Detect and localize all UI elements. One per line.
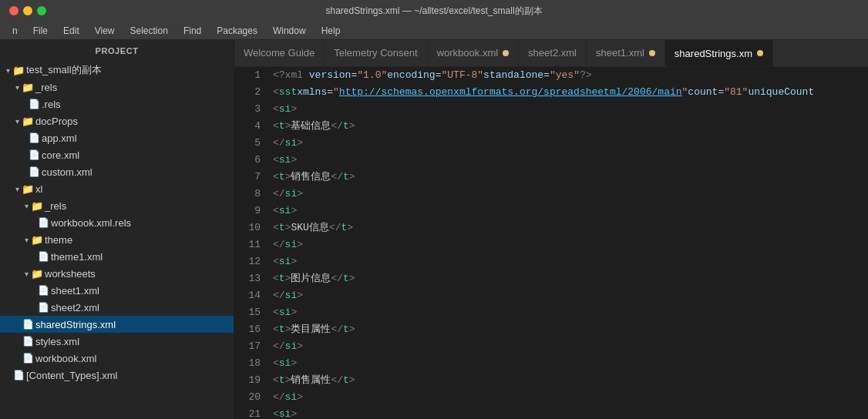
close-button[interactable] [9,6,19,15]
tab-workbook[interactable]: workbook.xml [428,40,519,66]
menu-find[interactable]: Find [177,24,207,38]
tab-sheet1[interactable]: sheet1.xml [587,40,665,66]
file-icon: 📄 [22,352,34,364]
sidebar-item-theme1-xml[interactable]: 📄 theme1.xml [0,248,234,265]
menu-view[interactable]: View [89,24,121,38]
chevron-down-icon: ▾ [12,117,22,126]
code-line: <si> [273,253,868,270]
folder-icon: 📁 [22,183,34,195]
sidebar-item-label: styles.xml [34,336,79,347]
menu-help[interactable]: Help [315,24,347,38]
code-line: <t>销售信息</t> [273,169,868,186]
file-icon: 📄 [37,301,49,313]
sidebar-item-theme[interactable]: ▾ 📁 theme [0,231,234,248]
tab-label: sheet2.xml [528,47,577,59]
menu-edit[interactable]: Edit [57,24,86,38]
editor: Welcome Guide Telemetry Consent workbook… [234,40,868,419]
sidebar-item-label: workbook.xml [34,353,96,364]
sidebar-item-workbook-xml[interactable]: 📄 workbook.xml [0,350,234,367]
menu-n[interactable]: n [6,24,24,38]
sidebar: Project ▾ 📁 test_small的副本 ▾ 📁 _rels 📄 .r… [0,40,234,419]
folder-icon: 📁 [22,115,34,127]
file-icon: 📄 [28,166,40,178]
code-line: </si> [273,389,868,406]
sidebar-item-label: .rels [40,99,61,110]
folder-icon: 📁 [31,233,43,246]
tab-label: workbook.xml [437,47,498,59]
chevron-down-icon: ▾ [12,185,22,193]
sidebar-item-custom-xml[interactable]: 📄 custom.xml [0,163,234,180]
tab-sheet2[interactable]: sheet2.xml [519,40,587,66]
sidebar-item-docProps[interactable]: ▾ 📁 docProps [0,112,234,129]
sidebar-item-worksheets[interactable]: ▾ 📁 worksheets [0,265,234,282]
tab-telemetry[interactable]: Telemetry Consent [325,40,427,66]
code-line: <t>SKU信息</t> [273,220,868,236]
minimize-button[interactable] [23,6,32,15]
sidebar-item-label: core.xml [40,149,79,161]
tab-sharedstrings[interactable]: sharedStrings.xm [665,40,773,66]
file-icon: 📄 [28,132,40,144]
menu-window[interactable]: Window [267,24,312,38]
file-icon: 📄 [22,335,34,347]
modified-indicator [649,50,655,56]
code-line: </si> [273,338,868,355]
sidebar-item-label: docProps [34,116,78,127]
folder-icon: 📁 [12,64,25,76]
code-line: <t>类目属性</t> [273,321,868,338]
sidebar-item-sheet1-xml[interactable]: 📄 sheet1.xml [0,282,234,299]
code-content[interactable]: <?xml version="1.0" encoding="UTF-8" sta… [267,67,868,419]
sidebar-item-label: _rels [43,200,66,212]
folder-icon: 📁 [22,81,34,93]
file-tree: ▾ 📁 test_small的副本 ▾ 📁 _rels 📄 .rels ▾ 📁 … [0,62,234,419]
modified-indicator [757,50,763,56]
sidebar-item-xl-rels[interactable]: ▾ 📁 _rels [0,197,234,214]
sidebar-item-content-types[interactable]: 📄 [Content_Types].xml [0,367,234,384]
sidebar-item-_rels[interactable]: ▾ 📁 _rels [0,79,234,96]
chevron-down-icon: ▾ [22,236,31,244]
tab-welcome[interactable]: Welcome Guide [234,40,325,66]
sidebar-item-label: xl [34,183,42,195]
file-icon: 📄 [28,149,40,161]
sidebar-item-sharedstrings-xml[interactable]: 📄 sharedStrings.xml [0,316,234,333]
file-icon: 📄 [28,98,40,110]
menu-selection[interactable]: Selection [124,24,174,38]
tabs-bar: Welcome Guide Telemetry Consent workbook… [234,40,868,67]
window-controls [9,6,46,15]
sidebar-item-styles-xml[interactable]: 📄 styles.xml [0,333,234,350]
sidebar-item-sheet2-xml[interactable]: 📄 sheet2.xml [0,299,234,316]
sidebar-item-xl[interactable]: ▾ 📁 xl [0,180,234,197]
sidebar-item-label: custom.xml [40,166,93,178]
code-line: <si> [273,101,868,118]
code-line: </si> [273,287,868,304]
code-line: <si> [273,304,868,321]
sidebar-item-label: theme [43,234,72,246]
sidebar-item-label: sheet2.xml [49,302,99,313]
code-line: <?xml version="1.0" encoding="UTF-8" sta… [273,67,868,84]
menu-file[interactable]: File [27,24,54,38]
file-icon: 📄 [22,318,34,330]
code-line: <si> [273,406,868,419]
sidebar-item-label: test_small的副本 [25,63,102,77]
code-line: </si> [273,236,868,253]
code-line: <t>基础信息</t> [273,118,868,135]
sidebar-item-label: [Content_Types].xml [25,370,118,381]
chevron-down-icon: ▾ [3,66,12,75]
tab-label: Welcome Guide [244,47,315,59]
tab-label: Telemetry Consent [334,47,417,59]
sidebar-item-rels-file[interactable]: 📄 .rels [0,96,234,112]
main-content: Project ▾ 📁 test_small的副本 ▾ 📁 _rels 📄 .r… [0,40,868,419]
sidebar-item-root[interactable]: ▾ 📁 test_small的副本 [0,62,234,79]
code-area: 1234567891011121314151617181920212223 <?… [234,67,868,419]
maximize-button[interactable] [37,6,46,15]
code-line: <si> [273,203,868,220]
sidebar-item-label: workbook.xml.rels [49,217,131,229]
sidebar-item-workbook-xml-rels[interactable]: 📄 workbook.xml.rels [0,214,234,231]
menu-packages[interactable]: Packages [210,24,264,38]
sidebar-item-core-xml[interactable]: 📄 core.xml [0,146,234,163]
sidebar-item-label: _rels [34,82,57,93]
sidebar-item-label: theme1.xml [49,251,103,263]
sidebar-item-app-xml[interactable]: 📄 app.xml [0,129,234,146]
sidebar-item-label: app.xml [40,132,77,144]
line-numbers: 1234567891011121314151617181920212223 [234,67,267,419]
code-line: <si> [273,152,868,169]
